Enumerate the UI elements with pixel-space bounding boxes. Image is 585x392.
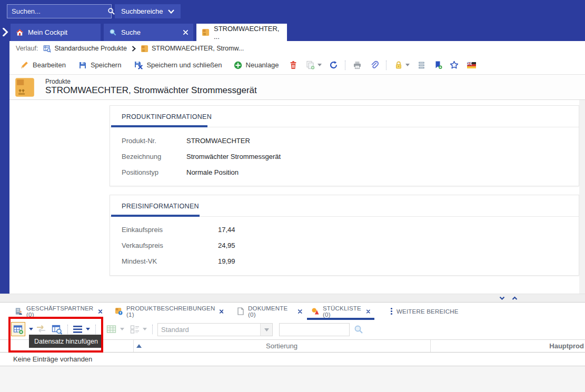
save-label: Speichern	[91, 61, 122, 69]
delete-icon[interactable]	[289, 61, 298, 69]
breadcrumb-item-search[interactable]: Standardsuche Produkte	[43, 45, 127, 53]
field-value[interactable]: STROMWAECHTER	[186, 133, 250, 149]
search-scope-button[interactable]: Suchbereiche	[115, 4, 181, 18]
add-record-dropdown-icon[interactable]	[29, 328, 33, 330]
field-value[interactable]: Stromwächter Strommessgerät	[186, 149, 281, 165]
field-label: Positionstyp	[122, 165, 186, 180]
table-view-icon[interactable]	[106, 325, 116, 334]
group-view-dropdown-icon[interactable]	[143, 328, 147, 330]
copy-dropdown-icon[interactable]	[318, 64, 322, 66]
refresh-icon[interactable]	[329, 61, 338, 69]
tab-label: STÜCKLISTE (0)	[323, 305, 363, 318]
product-icon	[15, 77, 35, 97]
search-list-icon	[43, 45, 51, 53]
tab-weitere-bereiche[interactable]: WEITERE BEREICHE	[386, 303, 465, 320]
print-icon[interactable]	[353, 61, 362, 69]
parts-list-icon	[311, 307, 319, 315]
save-button[interactable]: Speichern	[78, 61, 122, 69]
plus-circle-icon	[234, 61, 242, 69]
view-filter-input[interactable]	[158, 326, 260, 334]
related-tabs-bar: GESCHÄFTSPARTNER (0) PRODUKTBESCHREIBUNG…	[0, 303, 585, 320]
tab-dokumente[interactable]: DOKUMENTE (0)	[233, 303, 306, 320]
column-header-hauptprodukt[interactable]: Hauptprod	[430, 340, 584, 352]
view-filter-dropdown-icon[interactable]	[260, 324, 272, 336]
field-row: Bezeichnung Stromwächter Strommessgerät	[122, 149, 281, 165]
toolbar-separator	[95, 325, 96, 334]
search-icon	[109, 28, 117, 36]
lock-icon[interactable]	[394, 61, 403, 69]
save-icon	[78, 61, 87, 69]
quick-search-icon[interactable]	[354, 325, 363, 334]
field-label: Verkaufspreis	[122, 238, 218, 254]
lock-dropdown-icon[interactable]	[405, 64, 410, 66]
tab-geschaeftspartner[interactable]: GESCHÄFTSPARTNER (0)	[11, 303, 106, 320]
application-window: Suchbereiche Mein Cockpit Suche STROMWA	[0, 0, 585, 392]
tab-scroll-left-icon[interactable]	[2, 28, 8, 36]
tab-stromwaechter[interactable]: STROMWAECHTER, ...	[196, 24, 287, 41]
field-value[interactable]: Normale Position	[186, 165, 239, 180]
record-title: STROMWAECHTER, Stromwächter Strommessger…	[45, 85, 257, 96]
attachment-icon[interactable]	[370, 61, 379, 69]
close-icon[interactable]	[183, 30, 188, 35]
more-areas-icon	[390, 307, 393, 315]
panel-splitter[interactable]	[0, 294, 585, 303]
field-label: Produkt-Nr.	[122, 133, 186, 149]
new-record-button[interactable]: Neuanlage	[234, 61, 279, 69]
field-value[interactable]: 17,44	[218, 222, 235, 238]
view-filter-field[interactable]	[157, 323, 273, 336]
field-value[interactable]: 24,95	[218, 238, 235, 254]
field-label: Bezeichnung	[122, 149, 186, 165]
section-title: PREISINFORMATIONEN	[122, 203, 199, 210]
star-icon[interactable]	[450, 61, 459, 69]
edit-button[interactable]: Bearbeiten	[20, 61, 66, 69]
search-scope-label: Suchbereiche	[121, 7, 163, 15]
close-icon[interactable]	[98, 309, 102, 314]
empty-message: Keine Einträge vorhanden	[13, 355, 92, 363]
field-value[interactable]: 19,99	[218, 254, 235, 269]
expand-up-icon[interactable]	[512, 296, 518, 300]
search-input[interactable]	[7, 7, 107, 15]
new-record-label: Neuanlage	[246, 61, 279, 69]
transfer-icon[interactable]	[36, 324, 46, 334]
empty-table-message-row: Keine Einträge vorhanden	[0, 353, 585, 366]
table-view-dropdown-icon[interactable]	[120, 328, 124, 330]
bookmark-add-icon[interactable]	[434, 61, 442, 69]
table-search-icon[interactable]	[52, 324, 62, 335]
global-search-box[interactable]	[7, 4, 112, 18]
tab-mein-cockpit[interactable]: Mein Cockpit	[11, 24, 101, 41]
record-type-label: Produkte	[45, 78, 71, 85]
list-menu-dropdown-icon[interactable]	[86, 328, 90, 330]
close-icon[interactable]	[366, 309, 370, 314]
record-header: Produkte STROMWAECHTER, Stromwächter Str…	[9, 75, 585, 100]
tab-label: Suche	[121, 28, 141, 36]
search-icon[interactable]	[107, 7, 115, 15]
collapse-down-icon[interactable]	[499, 296, 505, 300]
breadcrumb-label: Standardsuche Produkte	[54, 45, 127, 52]
home-icon	[16, 28, 24, 36]
list-menu-icon[interactable]	[73, 326, 82, 333]
field-label: Mindest-VK	[122, 254, 218, 269]
column-header-sortierung[interactable]: Sortierung	[133, 340, 430, 352]
toolbar-separator	[67, 325, 68, 334]
breadcrumb-separator-icon	[132, 46, 136, 52]
close-icon[interactable]	[220, 309, 223, 314]
section-accent-bar	[111, 125, 207, 127]
panel-background	[0, 366, 585, 392]
tab-suche[interactable]: Suche	[104, 24, 193, 41]
save-and-close-button[interactable]: Speichern und schließen	[134, 61, 222, 69]
close-icon[interactable]	[298, 309, 302, 314]
field-row: Verkaufspreis 24,95	[122, 238, 235, 254]
scroll-gutter	[579, 100, 585, 294]
section-title: PRODUKTINFORMATIONEN	[122, 113, 212, 120]
language-flag-icon[interactable]	[467, 62, 477, 69]
add-record-button[interactable]	[11, 322, 25, 336]
breadcrumb-item-record[interactable]: STROMWAECHTER, Stromw...	[141, 45, 244, 53]
quick-search-field[interactable]	[279, 323, 350, 336]
group-view-icon[interactable]	[130, 325, 140, 334]
quick-search-input[interactable]	[280, 326, 349, 334]
tab-label: DOKUMENTE (0)	[248, 305, 294, 318]
archive-icon[interactable]	[417, 61, 426, 69]
breadcrumb: Verlauf: Standardsuche Produkte STROMWAE…	[9, 41, 585, 56]
copy-icon[interactable]	[306, 61, 315, 69]
tab-produktbeschreibungen[interactable]: PRODUKTBESCHREIBUNGEN (1)	[111, 303, 227, 320]
